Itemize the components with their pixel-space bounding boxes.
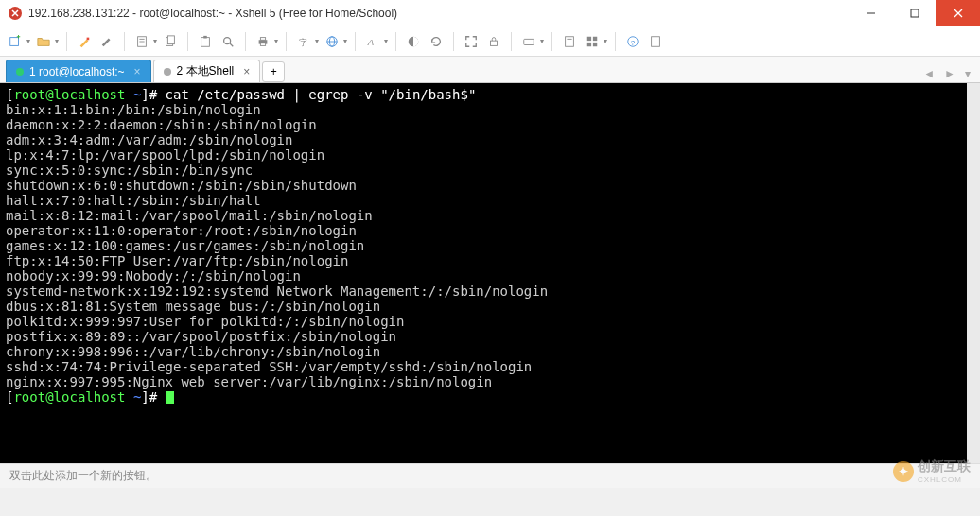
- font-icon[interactable]: A: [363, 32, 382, 51]
- scrollbar-thumb[interactable]: [967, 83, 980, 121]
- toolbar: ▾ ▾ ▾ ▾ 字▾ ▾ A▾ ▾ ▾ ?: [0, 26, 980, 57]
- tab-bar: 1 root@localhost:~ × 2 本地Shell × + ◄ ► ▾: [0, 57, 980, 83]
- tab-close-icon[interactable]: ×: [243, 65, 250, 78]
- terminal-output: games:x:12:100:games:/usr/games:/sbin/no…: [6, 238, 961, 253]
- status-hint[interactable]: 双击此处添加一个新的按钮。: [9, 468, 157, 484]
- copy-icon[interactable]: [161, 32, 180, 51]
- fullscreen-icon[interactable]: [462, 32, 481, 51]
- svg-text:?: ?: [631, 38, 636, 46]
- status-dot-icon: [16, 68, 24, 76]
- svg-rect-32: [566, 36, 574, 46]
- svg-rect-19: [260, 37, 265, 40]
- terminal-output: shutdown:x:6:0:shutdown:/sbin:/sbin/shut…: [6, 178, 961, 193]
- terminal-output: adm:x:3:4:adm:/var/adm:/sbin/nologin: [6, 132, 961, 147]
- print-icon[interactable]: [254, 32, 272, 51]
- terminal-output: dbus:x:81:81:System message bus:/:/sbin/…: [6, 299, 961, 314]
- svg-rect-28: [524, 39, 534, 44]
- terminal-output: sshd:x:74:74:Privilege-separated SSH:/va…: [6, 359, 961, 374]
- terminal-output: postfix:x:89:89::/var/spool/postfix:/sbi…: [6, 329, 961, 344]
- keyboard-icon[interactable]: [519, 32, 538, 51]
- lock-icon[interactable]: [484, 32, 503, 51]
- edit-icon[interactable]: [97, 32, 116, 51]
- status-dot-icon: [164, 68, 171, 76]
- open-folder-icon[interactable]: [34, 32, 53, 51]
- svg-rect-8: [87, 37, 90, 40]
- svg-rect-37: [593, 42, 597, 45]
- svg-rect-36: [587, 42, 591, 45]
- terminal-output: ftp:x:14:50:FTP User:/var/ftp:/sbin/nolo…: [6, 253, 961, 268]
- watermark: ✦ 创新互联 CXHLCOM: [893, 458, 971, 484]
- watermark-logo-icon: ✦: [893, 461, 914, 482]
- status-bar: 双击此处添加一个新的按钮。 ✦ 创新互联 CXHLCOM: [0, 463, 980, 488]
- svg-rect-27: [491, 41, 498, 45]
- globe-icon[interactable]: [323, 32, 341, 51]
- terminal-line: [root@localhost ~]#: [6, 389, 961, 404]
- svg-text:字: 字: [299, 37, 307, 46]
- svg-rect-5: [10, 37, 19, 45]
- tab-list-icon[interactable]: ▾: [961, 65, 974, 82]
- terminal-output: bin:x:1:1:bin:/bin:/sbin/nologin: [6, 102, 961, 117]
- search-icon[interactable]: [219, 32, 237, 51]
- window-title: 192.168.238.131:22 - root@localhost:~ - …: [28, 7, 849, 20]
- tab-next-icon[interactable]: ►: [940, 65, 959, 82]
- svg-line-17: [230, 43, 234, 46]
- help-icon[interactable]: ?: [623, 32, 642, 51]
- encoding-icon[interactable]: 字: [294, 32, 313, 51]
- tile-icon[interactable]: [583, 32, 602, 51]
- properties-icon[interactable]: [132, 32, 151, 51]
- terminal-output: daemon:x:2:2:daemon:/sbin:/sbin/nologin: [6, 117, 961, 132]
- add-tab-button[interactable]: +: [262, 61, 285, 82]
- svg-rect-35: [593, 36, 597, 40]
- close-button[interactable]: [936, 0, 980, 26]
- tab-nav: ◄ ► ▾: [919, 65, 974, 82]
- svg-point-16: [224, 37, 231, 43]
- terminal-output: nginx:x:997:995:Nginx web server:/var/li…: [6, 374, 961, 389]
- paste-icon[interactable]: [196, 32, 215, 51]
- title-bar: 192.168.238.131:22 - root@localhost:~ - …: [0, 0, 980, 26]
- terminal-output: sync:x:5:0:sync:/sbin:/bin/sync: [6, 163, 961, 178]
- highlight-icon[interactable]: [75, 32, 94, 51]
- tab-session-1[interactable]: 1 root@localhost:~ ×: [6, 60, 151, 82]
- terminal[interactable]: [root@localhost ~]# cat /etc/passwd | eg…: [0, 83, 980, 463]
- watermark-brand: 创新互联: [918, 458, 971, 475]
- tab-close-icon[interactable]: ×: [134, 65, 141, 78]
- svg-text:A: A: [367, 36, 374, 46]
- terminal-output: chrony:x:998:996::/var/lib/chrony:/sbin/…: [6, 344, 961, 359]
- script-icon[interactable]: [560, 32, 579, 51]
- svg-rect-14: [201, 37, 210, 46]
- tools-icon[interactable]: [646, 32, 665, 51]
- terminal-output: polkitd:x:999:997:User for polkitd:/:/sb…: [6, 314, 961, 329]
- svg-rect-40: [652, 36, 660, 46]
- tab-label: 2 本地Shell: [177, 63, 235, 79]
- svg-rect-13: [167, 35, 174, 43]
- refresh-icon[interactable]: [427, 32, 446, 51]
- terminal-line: [root@localhost ~]# cat /etc/passwd | eg…: [6, 87, 961, 102]
- new-session-icon[interactable]: [6, 32, 25, 51]
- cursor: [166, 391, 174, 404]
- color-scheme-icon[interactable]: [404, 32, 423, 51]
- tab-session-2[interactable]: 2 本地Shell ×: [153, 60, 261, 82]
- terminal-output: systemd-network:x:192:192:systemd Networ…: [6, 284, 961, 299]
- svg-rect-15: [203, 35, 207, 38]
- terminal-output: nobody:x:99:99:Nobody:/:/sbin/nologin: [6, 268, 961, 284]
- svg-rect-2: [911, 9, 919, 17]
- maximize-button[interactable]: [893, 0, 936, 26]
- terminal-output: halt:x:7:0:halt:/sbin:/sbin/halt: [6, 193, 961, 208]
- watermark-sub: CXHLCOM: [918, 475, 971, 484]
- terminal-output: lp:x:4:7:lp:/var/spool/lpd:/sbin/nologin: [6, 147, 961, 163]
- svg-rect-34: [587, 36, 591, 40]
- svg-rect-20: [260, 43, 265, 45]
- minimize-button[interactable]: [849, 0, 893, 26]
- app-icon: [8, 6, 23, 21]
- tab-label: 1 root@localhost:~: [29, 65, 125, 78]
- terminal-output: mail:x:8:12:mail:/var/spool/mail:/sbin/n…: [6, 208, 961, 223]
- terminal-output: operator:x:11:0:operator:/root:/sbin/nol…: [6, 223, 961, 238]
- tab-prev-icon[interactable]: ◄: [919, 65, 938, 82]
